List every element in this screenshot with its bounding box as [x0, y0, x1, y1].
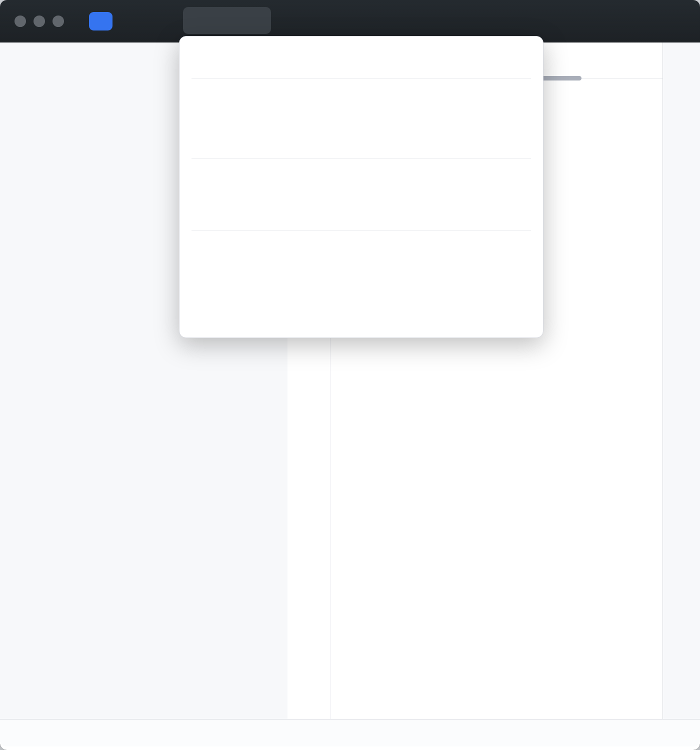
divider — [192, 158, 531, 159]
branch-widget[interactable] — [183, 7, 271, 34]
divider — [192, 78, 531, 79]
tool-window-stripe-left — [0, 42, 40, 719]
traffic-light-minimize[interactable] — [34, 16, 45, 27]
project-badge — [89, 12, 112, 30]
branch-search-input[interactable] — [220, 46, 482, 70]
status-bar — [0, 719, 700, 746]
traffic-light-close[interactable] — [14, 16, 26, 27]
traffic-light-zoom[interactable] — [52, 16, 64, 27]
divider — [192, 230, 531, 230]
ide-window — [0, 0, 700, 750]
scrollbar-thumb[interactable] — [542, 76, 582, 80]
git-branches-popup — [179, 36, 544, 338]
tool-window-stripe-right — [662, 42, 700, 719]
